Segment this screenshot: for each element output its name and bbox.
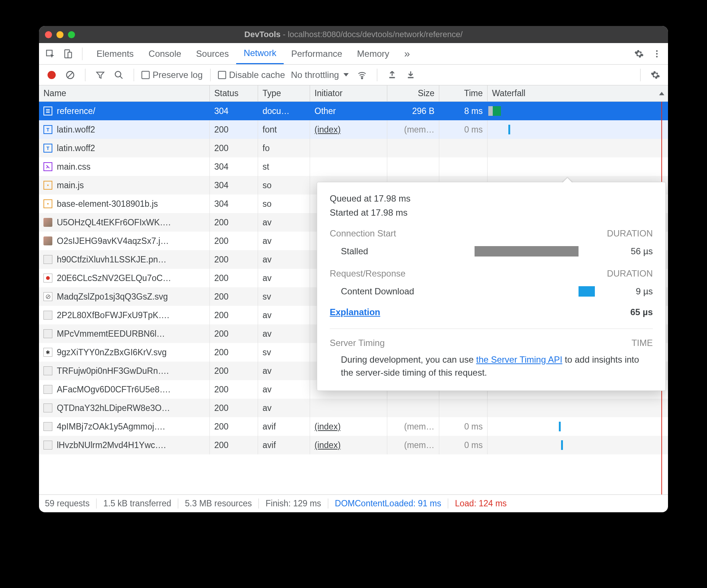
request-time: 0 ms bbox=[439, 417, 488, 436]
request-name: lHvzbNUlrm2Mvd4H1Ywc…. bbox=[57, 440, 166, 450]
network-toolbar: Preserve log Disable cache No throttling bbox=[39, 65, 668, 85]
request-status: 200 bbox=[210, 232, 258, 250]
minimize-window-button[interactable] bbox=[56, 31, 63, 38]
request-status: 200 bbox=[210, 399, 258, 417]
table-row[interactable]: QTDnaY32hLDipeRW8e3O…200av bbox=[39, 399, 668, 417]
traffic-lights bbox=[45, 31, 75, 38]
stylesheet-icon bbox=[43, 162, 52, 171]
table-row[interactable]: reference/304docu…Other296 B8 ms bbox=[39, 102, 668, 120]
request-status: 304 bbox=[210, 176, 258, 195]
svg-point-8 bbox=[361, 78, 362, 79]
waterfall-cell[interactable] bbox=[488, 399, 668, 417]
export-har-icon[interactable] bbox=[403, 68, 418, 82]
waterfall-cell[interactable] bbox=[488, 139, 668, 157]
clear-button[interactable] bbox=[63, 68, 78, 82]
close-window-button[interactable] bbox=[45, 31, 52, 38]
time-header: TIME bbox=[632, 338, 653, 348]
request-time: 0 ms bbox=[439, 120, 488, 139]
throttling-value: No throttling bbox=[291, 70, 339, 80]
col-size[interactable]: Size bbox=[387, 85, 439, 101]
inspect-element-icon[interactable] bbox=[43, 46, 58, 61]
col-initiator[interactable]: Initiator bbox=[310, 85, 387, 101]
app-name: DevTools bbox=[244, 30, 280, 39]
image-icon bbox=[43, 255, 52, 264]
stalled-duration: 56 µs bbox=[612, 246, 653, 257]
preserve-log-checkbox[interactable]: Preserve log bbox=[141, 70, 203, 80]
request-initiator[interactable]: (index) bbox=[310, 436, 387, 454]
kebab-menu-icon[interactable] bbox=[649, 46, 664, 61]
waterfall-cell[interactable] bbox=[488, 102, 668, 120]
import-har-icon[interactable] bbox=[385, 68, 400, 82]
table-row[interactable]: lHvzbNUlrm2Mvd4H1Ywc….200avif(index)(mem… bbox=[39, 436, 668, 454]
throttling-select[interactable]: No throttling bbox=[289, 70, 351, 80]
more-panels-icon[interactable]: » bbox=[400, 46, 414, 61]
svg-point-7 bbox=[115, 71, 121, 77]
explanation-link[interactable]: Explanation bbox=[330, 307, 380, 317]
svg-point-4 bbox=[656, 53, 658, 54]
network-settings-icon[interactable] bbox=[648, 68, 663, 82]
timing-popover: Queued at 17.98 ms Started at 17.98 ms C… bbox=[317, 182, 666, 391]
request-type: avif bbox=[258, 436, 310, 454]
filter-icon[interactable] bbox=[93, 68, 108, 82]
col-waterfall[interactable]: Waterfall bbox=[488, 85, 668, 101]
waterfall-cell[interactable] bbox=[488, 436, 668, 454]
request-status: 200 bbox=[210, 306, 258, 324]
request-name: reference/ bbox=[57, 106, 95, 116]
request-status: 200 bbox=[210, 250, 258, 269]
zoom-window-button[interactable] bbox=[68, 31, 75, 38]
col-name[interactable]: Name bbox=[39, 85, 210, 101]
col-status[interactable]: Status bbox=[210, 85, 258, 101]
request-type: st bbox=[258, 157, 310, 176]
request-name: TRFujw0pi0nHF3GwDuRn…. bbox=[57, 366, 169, 376]
tab-elements[interactable]: Elements bbox=[89, 43, 141, 64]
table-row[interactable]: latin.woff2200font(index)(mem…0 ms bbox=[39, 120, 668, 139]
device-toolbar-icon[interactable] bbox=[61, 46, 75, 61]
request-time bbox=[439, 157, 488, 176]
request-name: 4pIMBj7zOAk1y5Agmmoj…. bbox=[57, 422, 165, 432]
settings-gear-icon[interactable] bbox=[632, 46, 646, 61]
disable-cache-checkbox[interactable]: Disable cache bbox=[218, 70, 285, 80]
image-icon bbox=[43, 404, 52, 412]
request-name: latin.woff2 bbox=[57, 143, 95, 153]
duration-header-2: DURATION bbox=[607, 268, 653, 279]
record-button[interactable] bbox=[44, 68, 59, 82]
table-row[interactable]: main.css304st bbox=[39, 157, 668, 176]
status-load: Load: 124 ms bbox=[448, 499, 513, 509]
waterfall-cell[interactable] bbox=[488, 120, 668, 139]
server-timing-header: Server Timing bbox=[330, 338, 385, 348]
request-type: av bbox=[258, 380, 310, 399]
waterfall-cell[interactable] bbox=[488, 157, 668, 176]
request-type: av bbox=[258, 362, 310, 380]
svg-icon bbox=[43, 348, 52, 357]
tab-performance[interactable]: Performance bbox=[284, 43, 349, 64]
col-type[interactable]: Type bbox=[258, 85, 310, 101]
request-name: O2sIJEHG9avKV4aqzSx7.j… bbox=[57, 236, 169, 246]
request-size bbox=[387, 157, 439, 176]
status-requests: 59 requests bbox=[45, 499, 97, 509]
tab-network[interactable]: Network bbox=[236, 43, 284, 64]
waterfall-cell[interactable] bbox=[488, 417, 668, 436]
table-row[interactable]: 4pIMBj7zOAk1y5Agmmoj….200avif(index)(mem… bbox=[39, 417, 668, 436]
request-status: 200 bbox=[210, 324, 258, 343]
panel-tabbar: ElementsConsoleSourcesNetworkPerformance… bbox=[39, 43, 668, 65]
request-size: (mem… bbox=[387, 436, 439, 454]
image-icon bbox=[43, 366, 52, 375]
table-row[interactable]: latin.woff2200fo bbox=[39, 139, 668, 157]
statusbar: 59 requests 1.5 kB transferred 5.3 MB re… bbox=[39, 494, 668, 512]
content-download-label: Content Download bbox=[330, 286, 426, 297]
tab-console[interactable]: Console bbox=[141, 43, 189, 64]
server-timing-api-link[interactable]: the Server Timing API bbox=[476, 355, 562, 365]
search-icon[interactable] bbox=[111, 68, 126, 82]
request-name: h90CtfziXluvh1LSSKJE.pn… bbox=[57, 255, 166, 265]
window-titlebar: DevTools - localhost:8080/docs/devtools/… bbox=[39, 26, 668, 43]
request-type: so bbox=[258, 195, 310, 213]
request-initiator[interactable]: (index) bbox=[310, 417, 387, 436]
tab-memory[interactable]: Memory bbox=[350, 43, 397, 64]
tab-sources[interactable]: Sources bbox=[189, 43, 236, 64]
queued-at: Queued at 17.98 ms bbox=[330, 193, 653, 204]
network-conditions-icon[interactable] bbox=[355, 68, 369, 82]
col-time[interactable]: Time bbox=[439, 85, 488, 101]
window-path: localhost:8080/docs/devtools/network/ref… bbox=[288, 30, 463, 39]
request-initiator[interactable]: (index) bbox=[310, 120, 387, 139]
script-icon bbox=[43, 199, 52, 208]
